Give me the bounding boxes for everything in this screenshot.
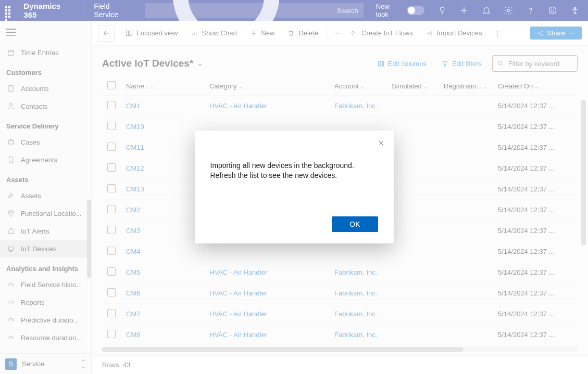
import-devices-dialog: Importing all new devices in the backgro… xyxy=(195,131,394,244)
close-icon xyxy=(378,139,385,147)
dialog-close-button[interactable] xyxy=(376,138,386,148)
dialog-message: Importing all new devices in the backgro… xyxy=(210,161,378,180)
dialog-ok-button[interactable]: OK xyxy=(332,216,378,232)
modal-overlay: Importing all new devices in the backgro… xyxy=(0,0,588,374)
